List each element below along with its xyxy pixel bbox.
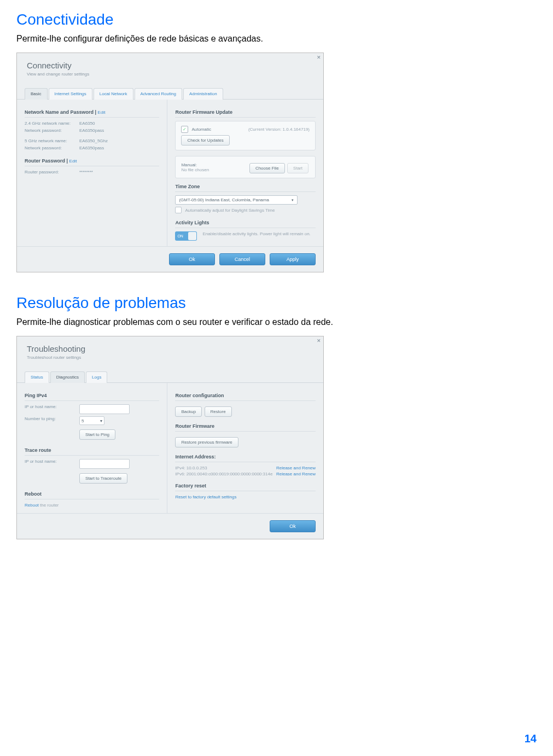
activity-toggle-label: ON <box>177 234 183 238</box>
tab-administration[interactable]: Administration <box>183 88 223 100</box>
firmware-title: Router Firmware Update <box>175 109 316 118</box>
num-ping-label: Number to ping: <box>25 416 79 425</box>
ok-button[interactable]: Ok <box>270 520 316 532</box>
dst-checkbox[interactable] <box>175 207 182 213</box>
connectivity-screenshot: ✕ Connectivity View and change router se… <box>16 53 324 272</box>
section-troubleshooting-desc: Permite-lhe diagnosticar problemas com o… <box>16 317 537 327</box>
automatic-label: Automatic <box>191 127 211 132</box>
row-24ghz-name-value: EA6350 <box>79 121 95 126</box>
tab-advanced-routing[interactable]: Advanced Routing <box>135 88 182 100</box>
chevron-down-icon: ▾ <box>100 418 102 423</box>
close-icon[interactable]: ✕ <box>316 338 322 344</box>
trace-ip-host-input[interactable] <box>79 459 130 469</box>
tab-logs[interactable]: Logs <box>86 371 107 383</box>
activity-toggle[interactable]: ON <box>175 231 197 241</box>
reboot-link[interactable]: Reboot <box>25 503 39 508</box>
router-password-title: Router Password | Edit <box>25 158 159 166</box>
timezone-value: (GMT-05:00) Indiana East, Colombia, Pana… <box>179 197 269 202</box>
routerconf-title: Router configuration <box>175 393 316 401</box>
ip-host-label: IP or host name: <box>25 404 79 414</box>
row-24ghz-pw-label: Network password: <box>25 128 79 133</box>
start-ping-button[interactable]: Start to Ping <box>79 429 115 440</box>
nofile-label: No file chosen <box>181 167 209 172</box>
netname-title-text: Network Name and Password <box>25 109 94 115</box>
router-pw-label: Router password: <box>25 170 79 175</box>
section-connectivity-title: Conectividade <box>16 11 537 28</box>
row-5ghz-name-label: 5 GHz network name: <box>25 138 79 143</box>
factory-title: Factory reset <box>175 483 316 491</box>
conn-subtitle: View and change router settings <box>27 72 313 77</box>
internet-title: Internet Address: <box>175 454 316 462</box>
troubleshooting-screenshot: ✕ Troubleshooting Troubleshoot router se… <box>16 336 324 539</box>
tab-status[interactable]: Status <box>25 371 49 383</box>
trace-title: Trace route <box>25 447 159 456</box>
router-pw-title-text: Router Password <box>25 158 65 164</box>
apply-button[interactable]: Apply <box>270 253 316 265</box>
dst-label: Automatically adjust for Daylight Saving… <box>185 208 275 213</box>
ipv6-release-renew-link[interactable]: Release and Renew <box>276 472 316 476</box>
routerfw-title: Router Firmware <box>175 423 316 432</box>
tab-basic[interactable]: Basic <box>25 88 48 100</box>
restore-prev-button[interactable]: Restore previous firmware <box>175 437 238 447</box>
check-updates-button[interactable]: Check for Updates <box>181 135 229 146</box>
ping-title: Ping IPv4 <box>25 393 159 401</box>
start-button[interactable]: Start <box>287 163 308 173</box>
ipv4-release-renew-link[interactable]: Release and Renew <box>276 466 316 470</box>
close-icon[interactable]: ✕ <box>316 55 322 60</box>
row-5ghz-name-value: EA6350_5Ghz <box>79 138 108 143</box>
conn-tabs: Basic Internet Settings Local Network Ad… <box>17 88 323 100</box>
tab-internet-settings[interactable]: Internet Settings <box>49 88 92 100</box>
row-5ghz-pw-value: EA6350pass <box>79 146 104 150</box>
trouble-tabs: Status Diagnostics Logs <box>17 371 323 383</box>
row-24ghz-name-label: 2.4 GHz network name: <box>25 121 79 126</box>
cancel-button[interactable]: Cancel <box>219 253 265 265</box>
activity-desc: Enable/disable activity lights. Power li… <box>202 231 310 237</box>
tab-local-network[interactable]: Local Network <box>94 88 133 100</box>
trace-ip-host-label: IP or host name: <box>25 459 79 469</box>
reboot-title: Reboot <box>25 491 159 499</box>
edit-netname-link[interactable]: Edit <box>98 110 106 115</box>
backup-button[interactable]: Backup <box>175 406 202 417</box>
num-ping-value: 5 <box>82 418 84 423</box>
start-trace-button[interactable]: Start to Traceroute <box>79 473 127 484</box>
ok-button[interactable]: Ok <box>169 253 215 265</box>
network-name-title: Network Name and Password | Edit <box>25 109 159 118</box>
automatic-checkbox[interactable]: ✓ <box>181 126 188 133</box>
firmware-version: (Current Version: 1.0.4.164719) <box>248 127 310 132</box>
ipv4-address: IPv4: 10.0.0.253 <box>175 466 207 470</box>
activity-title: Activity Lights <box>175 220 316 228</box>
router-pw-value: ******** <box>79 170 93 175</box>
manual-label: Manual: <box>181 162 209 167</box>
ipv6-address: IPv6: 2001:0040:c000:0019:0000:0000:0000… <box>175 472 272 476</box>
trouble-title: Troubleshooting <box>27 344 313 353</box>
chevron-down-icon: ▾ <box>292 198 294 202</box>
row-24ghz-pw-value: EA6350pass <box>79 128 104 133</box>
ip-host-input[interactable] <box>79 404 130 414</box>
timezone-title: Time Zone <box>175 184 316 192</box>
reboot-suffix: the router <box>39 503 59 508</box>
row-5ghz-pw-label: Network password: <box>25 146 79 150</box>
timezone-select[interactable]: (GMT-05:00) Indiana East, Colombia, Pana… <box>175 195 298 205</box>
factory-reset-link[interactable]: Reset to factory default settings <box>175 495 236 499</box>
edit-routerpw-link[interactable]: Edit <box>69 159 77 164</box>
restore-button[interactable]: Restore <box>205 406 232 417</box>
tab-diagnostics[interactable]: Diagnostics <box>50 371 85 383</box>
section-troubleshooting-title: Resolução de problemas <box>16 294 537 312</box>
choose-file-button[interactable]: Choose File <box>249 163 285 173</box>
conn-title: Connectivity <box>27 61 313 70</box>
trouble-subtitle: Troubleshoot router settings <box>27 355 313 360</box>
section-connectivity-desc: Permite-lhe configurar definições de red… <box>16 34 537 44</box>
num-ping-select[interactable]: 5 ▾ <box>79 416 104 425</box>
